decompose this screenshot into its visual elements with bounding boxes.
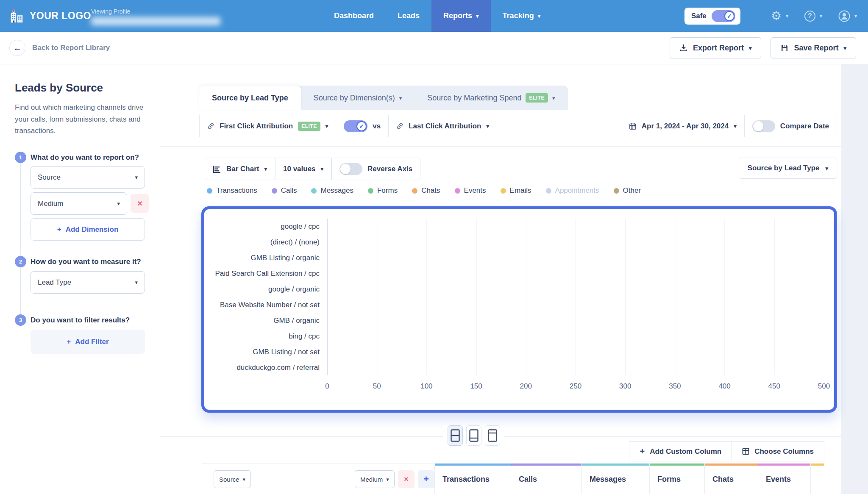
help-menu[interactable]: ? ▾ xyxy=(804,11,822,22)
legend-item-calls[interactable]: Calls xyxy=(272,186,297,195)
column-header-label[interactable]: Transactions xyxy=(435,464,511,484)
column-header-label[interactable]: Calls xyxy=(511,464,581,484)
legend-item-forms[interactable]: Forms xyxy=(368,186,398,195)
legend-dot xyxy=(455,188,460,194)
report-on-dropdown[interactable]: Source▾ xyxy=(31,166,145,189)
legend-item-other[interactable]: Other xyxy=(614,186,641,195)
export-report-button[interactable]: Export Report ▾ xyxy=(670,37,762,58)
remove-medium-column-button[interactable]: × xyxy=(398,470,415,488)
tab-source-by-dimension-s-[interactable]: Source by Dimension(s)▾ xyxy=(301,86,415,110)
add-filter-button[interactable]: + Add Filter xyxy=(31,330,145,354)
last-click-attribution-dropdown[interactable]: Last Click Attribution ▾ xyxy=(389,115,497,137)
page-gutter xyxy=(841,64,868,494)
bar-track xyxy=(327,250,824,266)
chart-legend: TransactionsCallsMessagesFormsChatsEvent… xyxy=(207,186,641,195)
attribution-row: First Click Attribution ELITE ▾ ✓ vs Las… xyxy=(199,115,837,137)
report-description: Find out which marketing channels drive … xyxy=(15,102,147,137)
step-2-badge: 2 xyxy=(15,256,26,267)
account-menu[interactable]: ▾ xyxy=(838,10,857,22)
chevron-down-icon: ▾ xyxy=(786,14,788,19)
legend-dot xyxy=(546,188,551,194)
save-report-button[interactable]: Save Report ▾ xyxy=(771,37,856,58)
last-click-label: Last Click Attribution xyxy=(409,122,481,130)
save-icon xyxy=(780,44,789,52)
nav-item-dashboard[interactable]: Dashboard xyxy=(322,0,386,32)
viewing-profile-label: Viewing Profile xyxy=(91,8,239,15)
chevron-down-icon: ▾ xyxy=(399,95,402,101)
back-arrow-icon: ← xyxy=(13,43,22,53)
link-icon xyxy=(396,122,403,130)
legend-item-messages[interactable]: Messages xyxy=(311,186,353,195)
bar-category-label: GMB Listing / not set xyxy=(204,344,327,360)
step-3-badge: 3 xyxy=(15,314,26,326)
column-header-label[interactable]: Events xyxy=(758,464,810,484)
step-1-question: What do you want to report on? xyxy=(31,153,139,162)
x-axis-tick: 150 xyxy=(470,382,482,391)
add-table-dimension-button[interactable]: + xyxy=(418,470,434,488)
bar-track xyxy=(327,281,824,297)
values-count-dropdown[interactable]: 10 values ▾ xyxy=(275,158,331,180)
dimension-dropdown[interactable]: Medium▾ xyxy=(31,192,127,215)
bar-category-label: google / organic xyxy=(204,281,327,297)
add-custom-column-button[interactable]: + Add Custom Column xyxy=(629,441,732,461)
date-range-dropdown[interactable]: Apr 1, 2024 - Apr 30, 2024 ▾ xyxy=(621,115,745,137)
viewing-profile[interactable]: Viewing Profile xyxy=(91,6,239,25)
legend-dot xyxy=(311,188,317,194)
medium-column-dropdown[interactable]: Medium ▾ xyxy=(355,470,395,488)
attribution-vs-toggle[interactable]: ✓ xyxy=(344,120,367,132)
reverse-axis-toggle[interactable] xyxy=(339,163,362,175)
nav-item-leads[interactable]: Leads xyxy=(386,0,431,32)
bar-track xyxy=(327,360,824,375)
save-report-label: Save Report xyxy=(794,44,838,53)
bar-category-label: GMB Listing / organic xyxy=(204,250,327,266)
choose-columns-button[interactable]: Choose Columns xyxy=(732,441,824,461)
step-connector-line xyxy=(20,160,21,321)
safe-toggle[interactable]: ✓ xyxy=(712,10,735,22)
logo-text: YOUR LOGO xyxy=(30,10,91,22)
legend-item-chats[interactable]: Chats xyxy=(412,186,440,195)
column-color-bar xyxy=(758,463,810,466)
content: Leads by Source Find out which marketing… xyxy=(0,64,868,494)
first-click-attribution-dropdown[interactable]: First Click Attribution ELITE ▾ xyxy=(199,115,336,137)
column-color-bar xyxy=(582,463,649,466)
medium-column-label: Medium xyxy=(360,476,383,483)
measure-dropdown[interactable]: Lead Type▾ xyxy=(31,271,145,294)
compare-date-toggle[interactable] xyxy=(752,120,775,132)
column-header-label[interactable]: Forms xyxy=(650,464,704,484)
settings-menu[interactable]: ⚙ ▾ xyxy=(771,10,788,22)
bar-category-label: bing / cpc xyxy=(204,328,327,344)
bar-category-label: Base Website Number / not set xyxy=(204,297,327,313)
nav-item-reports[interactable]: Reports▾ xyxy=(431,0,491,32)
bar-track xyxy=(327,344,824,360)
chevron-down-icon: ▾ xyxy=(326,123,328,129)
check-icon: ✓ xyxy=(724,11,734,21)
legend-item-transactions[interactable]: Transactions xyxy=(207,186,257,195)
legend-item-emails[interactable]: Emails xyxy=(501,186,531,195)
table-column-chats: Chats xyxy=(704,464,758,494)
plus-icon: + xyxy=(640,447,645,456)
legend-item-events[interactable]: Events xyxy=(455,186,486,195)
gear-icon: ⚙ xyxy=(771,10,782,22)
column-header-label[interactable]: Chats xyxy=(705,464,758,484)
check-icon: ✓ xyxy=(356,121,367,131)
legend-item-appointments[interactable]: Appointments xyxy=(546,186,599,195)
x-axis-tick: 400 xyxy=(718,382,730,391)
logo[interactable]: YOUR LOGO xyxy=(0,8,91,25)
remove-dimension-button[interactable]: × xyxy=(131,194,149,213)
column-header-label[interactable]: Messages xyxy=(582,464,649,484)
source-column-dropdown[interactable]: Source ▾ xyxy=(214,470,251,488)
tab-source-by-marketing-spend[interactable]: Source by Marketing SpendELITE▾ xyxy=(415,86,568,110)
back-button[interactable]: ← xyxy=(9,40,25,56)
column-color-bar xyxy=(435,463,511,466)
source-column-label: Source xyxy=(219,476,239,483)
nav-item-tracking[interactable]: Tracking▾ xyxy=(491,0,553,32)
report-main: Source by Lead TypeSource by Dimension(s… xyxy=(160,64,841,494)
add-dimension-button[interactable]: + Add Dimension xyxy=(31,218,145,241)
report-title: Leads by Source xyxy=(15,81,103,94)
tab-source-by-lead-type[interactable]: Source by Lead Type xyxy=(199,86,301,110)
breakdown-dropdown[interactable]: Source by Lead Type ▾ xyxy=(739,158,837,179)
chart-type-dropdown[interactable]: Bar Chart ▾ xyxy=(205,158,275,180)
x-axis-tick: 50 xyxy=(373,382,381,391)
navbar-right: Safe ✓ ⚙ ▾ ? ▾ ▾ xyxy=(684,8,868,25)
table-column-transactions: Transactions xyxy=(434,464,511,494)
